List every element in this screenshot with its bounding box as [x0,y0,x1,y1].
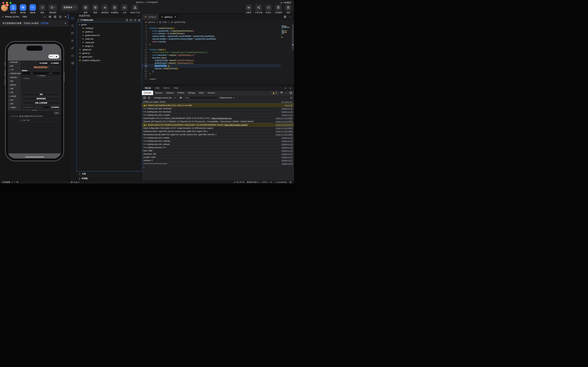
phone-clear-log-button[interactable]: clear [54,112,60,114]
import-params-button[interactable]: 导入参数预设 [50,62,60,65]
phone-menu-item[interactable]: ❯广告 [8,68,21,72]
console-log-row[interactable]: ==> loading task start: compileloading.t… [142,113,294,117]
language-mode[interactable]: { }JavaScript [275,181,286,183]
phone-menu-item[interactable]: ❯界面 [8,102,21,106]
file-tree-item-project.config.json[interactable]: {}project.config.json [77,58,142,62]
activitybar-source-control-icon[interactable] [71,32,74,35]
console-source-link[interactable]: godot.js? [sm]:6573 [276,124,293,126]
banner-close-icon[interactable]: ✕ [65,22,66,25]
code-editor[interactable]: 12function createCanvas() {3 const syste… [142,24,294,86]
js-context-select[interactable]: miniapp-service (bl...▼ [154,97,176,99]
console-source-link[interactable]: ttos.ts:46 [285,104,293,107]
activitybar-monitor-icon[interactable] [71,62,74,65]
phone-menu-item[interactable]: ❯设置 [8,87,21,91]
load-last-params-button[interactable]: 加载上次调用参数 [22,101,60,105]
phone-log-entry[interactable]: ⌄21:18:15 log 晚上好, 现在是 2025-11-25 21:18:… [9,114,60,118]
debugger-tab-抖音云[interactable]: 抖音云 [163,86,170,91]
dock-side-icon[interactable] [289,91,292,94]
reset-params-button[interactable]: 重置调用参数 [22,97,60,100]
detach-arrow-icon[interactable] [64,15,67,18]
console-source-link[interactable]: loading.ts:27 [282,153,293,155]
phone-menu-item[interactable]: ❯侧边栏能力 [8,76,21,79]
breadcrumb-file[interactable]: game.js [148,21,155,23]
console-log-row[interactable]: callmain: 0loading.ts:27 [142,159,294,162]
debugger-tab-终端[interactable]: 终端 [174,86,178,91]
devtools-tab-Mock[interactable]: Mock [197,91,206,95]
exit-circle-icon[interactable]: ◉ [54,55,59,58]
lite-mode-toggle[interactable]: Lite模式 [280,1,291,4]
device-name[interactable]: iPhone 15 Pro [5,16,19,18]
breadcrumb-symbol[interactable]: main [162,21,167,23]
file-tree-item-godot.wasm.br[interactable]: godot.wasm.br [77,33,142,37]
console-source-link[interactable]: loading.ts:36 [282,107,293,110]
console-log-row[interactable]: total: 3486loading.ts:25 [142,149,294,152]
menu-scrollbar[interactable] [60,55,61,60]
activitybar-debug-icon[interactable] [71,39,74,42]
record-icon[interactable] [49,15,51,18]
console-log-row[interactable]: Godot Engine v4.5.1.rc.custom_build.8bcd… [142,117,294,120]
log-levels-select[interactable]: Default levels▼ [220,97,235,99]
tab-size[interactable]: 制表符长度: 4 [247,181,259,184]
phone-menu-item[interactable]: ❯添加到桌面 [8,60,21,64]
devtools-tab-Network[interactable]: Network [164,91,176,95]
file-tree-item-.gdignore[interactable]: .gdignore [77,48,142,51]
zoom-level[interactable]: 78% [23,16,27,18]
editor-more-icon[interactable]: ⋯ [289,15,292,18]
devtools-settings-icon[interactable] [280,91,283,94]
console-source-link[interactable]: loading.ts:25 [282,150,293,152]
switch-now-link[interactable]: 立即切换 [40,22,49,25]
devtools-tab-Sources[interactable]: Sources [153,91,164,95]
phone-menu-item[interactable]: ❯登录 [8,79,21,83]
devtools-tab-Console[interactable]: Console [142,91,153,95]
phone-menu-item[interactable]: ❯授权 [8,64,21,68]
douyin-avatar-icon[interactable]: ♪ [43,15,46,18]
console-sidebar-icon[interactable] [143,96,146,99]
activitybar-blocks-icon[interactable] [71,47,74,50]
editor-tab-game.js[interactable]: JSgame.js✕ [159,14,179,20]
console-log-row[interactable]: compile: 3289loading.ts:27 [142,156,294,159]
console-source-link[interactable]: godot.js? [sm]:9880 [276,117,293,119]
add-key-button[interactable]: + Add key [22,77,60,80]
toolbar-button-分享工程[interactable]: 分享工程 [255,4,262,14]
console-source-link[interactable]: loading.ts:40 [282,110,293,113]
save-preset-button[interactable]: 保存参数预设 [50,106,60,109]
devtools-more-icon[interactable]: ⋮ [285,92,287,94]
console-source-link[interactable]: godot.js? [sm]:9880 [276,127,293,129]
console-source-link[interactable]: godot.js? [sm]:9880 [276,133,293,136]
editor-tab-config.js[interactable]: JSconfig.js [142,14,159,20]
breadcrumb-property[interactable]: gameConfig [174,21,185,23]
problems-indicator[interactable]: 0 0 [71,181,79,183]
console-source-link[interactable]: godot.js? [sm]:9880 [276,130,293,133]
file-tree-item-game.json[interactable]: {}game.json [77,55,142,58]
toolbar-button-编辑器[interactable]: 编辑器 [29,4,36,14]
collapse-folders-icon[interactable] [138,19,141,21]
toolbar-button-调试器[interactable]: 调试器 [19,4,27,14]
more-menu-icon[interactable]: ●●● [48,56,54,57]
clear-console-icon[interactable] [148,96,151,99]
console-filter-input[interactable]: Filter [184,96,218,99]
compile-mode-select[interactable]: 普通编译▼ [61,4,78,10]
notifications-bell-icon[interactable] [289,181,292,183]
refresh-explorer-icon[interactable] [134,19,136,21]
file-tree-item-godot[interactable]: ▼godot [77,23,142,26]
close-panel-icon[interactable]: ✕ [290,87,291,90]
console-log-row[interactable]: ==> loading task end: downloadloading.ts… [142,110,294,113]
cursor-position[interactable]: 行 16, 列 18 [234,181,244,184]
debugger-tab-调试器[interactable]: 调试器 [145,86,151,91]
toolbar-button-工程管理[interactable]: 工程管理 [275,4,282,14]
collapse-panel-icon[interactable] [284,87,287,90]
editor-scrollbar[interactable] [291,24,294,86]
console-input-prompt[interactable]: ❯ [142,165,294,168]
phone-menu-item[interactable]: ❯转发 [8,91,21,95]
phone-menu-item[interactable]: ❯数据分析 [8,83,21,87]
debugger-tab-问题[interactable]: 问题 [155,86,160,91]
new-file-icon[interactable] [126,19,128,21]
console-settings-icon[interactable] [290,96,293,99]
toolbar-button-AI助手[interactable]: AI助手 [245,4,252,14]
console-source-link[interactable]: loading.ts:40 [282,143,293,145]
toolbar-button-Wasm 分包[interactable]: Wasm 分包 [130,4,140,14]
launch-params-select[interactable]: 启动参数 [2,181,10,184]
phone-menu-item[interactable]: ❯设备 [8,98,21,102]
console-log-row[interactable]: ==> loading summary <==loading.ts:24 [142,146,294,149]
toolbar-button-清除缓存[interactable]: ▼清除缓存 [48,4,57,14]
